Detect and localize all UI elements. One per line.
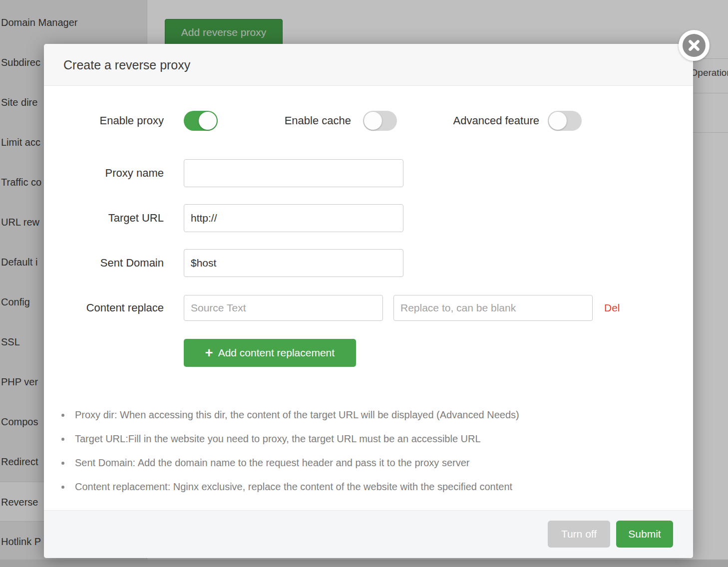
enable-cache-label: Enable cache	[264, 111, 351, 131]
modal-title: Create a reverse proxy	[63, 44, 190, 86]
enable-cache-toggle[interactable]	[363, 111, 397, 131]
proxy-name-input[interactable]	[184, 159, 403, 187]
toggle-knob	[549, 112, 567, 130]
note-proxy-dir: Proxy dir: When accessing this dir, the …	[75, 403, 674, 427]
note-sent-domain: Sent Domain: Add the domain name to the …	[75, 451, 674, 475]
toggle-knob	[199, 112, 217, 130]
delete-replacement-link[interactable]: Del	[604, 295, 620, 321]
modal-footer: Turn off Submit	[44, 510, 693, 558]
note-target-url: Target URL:Fill in the website you need …	[75, 427, 674, 451]
add-content-replacement-button[interactable]: +Add content replacement	[184, 339, 356, 367]
add-content-replacement-label: Add content replacement	[218, 347, 335, 358]
source-text-input[interactable]	[184, 295, 383, 321]
plus-icon: +	[205, 345, 213, 360]
advanced-feature-toggle[interactable]	[548, 111, 582, 131]
help-notes-list: Proxy dir: When accessing this dir, the …	[75, 403, 674, 499]
submit-button[interactable]: Submit	[616, 521, 673, 548]
proxy-name-label: Proxy name	[44, 159, 164, 187]
target-url-input[interactable]	[184, 204, 403, 232]
content-replace-label: Content replace	[44, 295, 164, 321]
close-button[interactable]	[679, 30, 710, 61]
enable-proxy-toggle[interactable]	[184, 111, 218, 131]
create-reverse-proxy-modal: Create a reverse proxy Enable proxy Enab…	[44, 44, 693, 558]
replace-to-input[interactable]	[393, 295, 593, 321]
toggle-knob	[364, 112, 382, 130]
advanced-feature-label: Advanced feature	[431, 111, 539, 131]
target-url-label: Target URL	[44, 204, 164, 232]
enable-proxy-label: Enable proxy	[44, 111, 164, 131]
note-content-replacement: Content replacement: Nginx exclusive, re…	[75, 475, 674, 499]
sent-domain-input[interactable]	[184, 249, 403, 277]
modal-header: Create a reverse proxy	[44, 44, 693, 86]
sent-domain-label: Sent Domain	[44, 249, 164, 277]
turn-off-button[interactable]: Turn off	[548, 521, 610, 548]
